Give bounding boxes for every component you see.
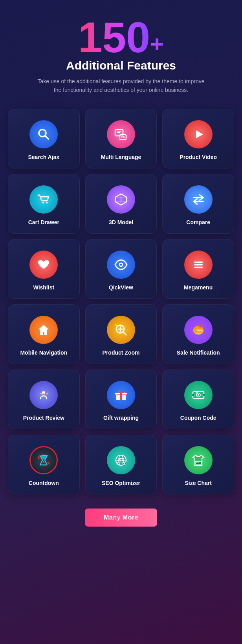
feature-label: 3D Model [109, 219, 133, 225]
feature-card-mobile-navigation: Mobile Navigation [8, 304, 80, 364]
svg-rect-59 [195, 461, 202, 464]
feature-card-megamenu: Megamenu [162, 239, 234, 299]
svg-text:OFF: OFF [196, 332, 201, 335]
feature-card-product-zoom: Product Zoom [85, 304, 157, 364]
feature-label: Size Chart [185, 480, 211, 486]
feature-label: Search Ajax [28, 154, 60, 160]
svg-text:$: $ [197, 393, 199, 397]
feature-label: Cart Drawer [28, 219, 59, 225]
search-ajax-icon [29, 120, 58, 148]
feature-label: Wishlist [33, 284, 55, 291]
svg-marker-51 [43, 461, 44, 463]
svg-point-38 [123, 390, 123, 391]
svg-point-41 [192, 394, 194, 396]
hero-number: 150 [78, 16, 150, 59]
product-zoom-icon [107, 316, 135, 344]
countdown-icon [29, 446, 58, 474]
compare-icon [184, 185, 213, 214]
cart-drawer-icon [29, 185, 58, 214]
coupon-code-icon: $ $ [184, 381, 213, 409]
product-review-icon: ★★★ [29, 381, 58, 409]
size-chart-icon [184, 446, 213, 474]
feature-label: Gift wrapping [103, 415, 139, 421]
feature-card-sale-notification: 50% OFF ! Sale Notification [162, 304, 234, 364]
product-video-icon [184, 120, 213, 148]
feature-label: Countdown [29, 480, 59, 486]
svg-line-22 [123, 332, 126, 335]
feature-card-product-video: Product Video [162, 109, 234, 168]
feature-card-product-review: ★★★ Product Review [8, 370, 80, 429]
feature-card-cart-drawer: Cart Drawer [8, 174, 80, 234]
svg-rect-18 [194, 262, 203, 263]
megamenu-icon [184, 251, 213, 279]
gift-wrapping-icon [107, 381, 135, 409]
svg-point-8 [42, 202, 44, 203]
feature-label: Compare [186, 219, 210, 225]
svg-point-42 [203, 394, 205, 396]
feature-card-qickview: QickView [85, 239, 157, 299]
multi-language-icon: OK [107, 120, 135, 148]
svg-text:50%: 50% [196, 329, 203, 332]
wishlist-icon [29, 251, 58, 279]
seo-optimizer-icon: SE [107, 446, 135, 474]
svg-text:OK: OK [121, 136, 125, 139]
feature-label: Product Video [180, 154, 217, 160]
svg-rect-20 [194, 267, 203, 268]
feature-label: Sale Notification [177, 349, 220, 356]
feature-label: QickView [109, 284, 133, 291]
feature-label: Product Zoom [103, 349, 140, 356]
svg-text:SE: SE [119, 457, 125, 462]
svg-marker-7 [196, 130, 203, 138]
features-grid: Search Ajax OK Multi Language Product Vi… [8, 109, 234, 494]
svg-rect-19 [194, 264, 203, 265]
feature-card-search-ajax: Search Ajax [8, 109, 80, 168]
feature-label: Coupon Code [180, 415, 216, 421]
sale-notification-icon: 50% OFF ! [184, 316, 213, 344]
feature-card-wishlist: Wishlist [8, 239, 80, 299]
svg-point-17 [120, 263, 122, 265]
svg-point-9 [46, 202, 48, 203]
svg-rect-35 [120, 393, 122, 400]
feature-label: Mobile Navigation [20, 349, 67, 356]
qickview-icon [107, 251, 135, 279]
svg-line-1 [45, 136, 48, 139]
feature-card-size-chart: Size Chart [162, 435, 234, 494]
feature-card-gift-wrapping: Gift wrapping [85, 370, 157, 429]
3d-model-icon [107, 185, 135, 214]
hero-title: Additional Features [66, 59, 176, 72]
hero-plus: + [150, 31, 164, 58]
feature-label: Product Review [23, 415, 64, 421]
svg-text:★★★: ★★★ [39, 392, 49, 395]
feature-card-coupon-code: $ $ Coupon Code [162, 370, 234, 429]
many-more-button[interactable]: Many More [85, 509, 157, 527]
feature-card-multi-language: OK Multi Language [85, 109, 157, 168]
feature-card-countdown: Countdown [8, 435, 80, 494]
feature-label: SEO Optimizer [102, 480, 140, 486]
svg-point-37 [118, 390, 119, 392]
feature-card-3d-model: 3D Model [85, 174, 157, 234]
svg-rect-36 [115, 394, 127, 395]
feature-label: Megamenu [184, 284, 213, 291]
feature-label: Multi Language [101, 154, 141, 160]
hero-description: Take use of the additional features prov… [35, 77, 207, 95]
mobile-navigation-icon [29, 316, 58, 344]
feature-card-compare: Compare [162, 174, 234, 234]
svg-point-39 [124, 392, 125, 393]
feature-card-seo-optimizer: SE SEO Optimizer [85, 435, 157, 494]
